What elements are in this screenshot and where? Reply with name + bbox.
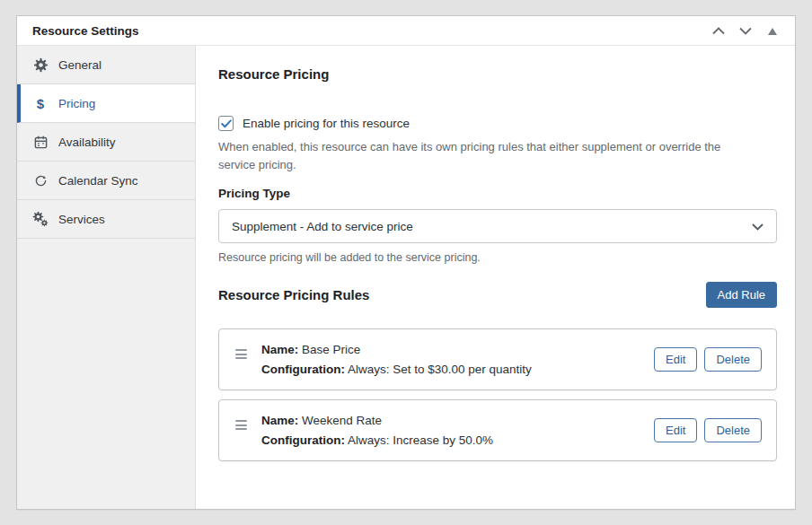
metabox-header: Resource Settings bbox=[17, 16, 795, 46]
gear-icon bbox=[32, 57, 49, 73]
pricing-rules-list: Name: Base Price Configuration: Always: … bbox=[218, 328, 777, 461]
rules-header-row: Resource Pricing Rules Add Rule bbox=[218, 282, 777, 308]
rule-name-label: Name: bbox=[261, 414, 298, 427]
rule-text: Name: Weekend Rate Configuration: Always… bbox=[261, 414, 641, 447]
sidebar-item-label: Calendar Sync bbox=[58, 174, 138, 188]
chevron-up-icon bbox=[712, 24, 725, 38]
pricing-tab-panel: Resource Pricing Enable pricing for this… bbox=[196, 46, 795, 509]
sidebar-item-label: General bbox=[58, 58, 102, 72]
rule-config-line: Configuration: Always: Set to $30.00 per… bbox=[261, 363, 641, 376]
pricing-type-label: Pricing Type bbox=[218, 187, 777, 200]
resource-pricing-heading: Resource Pricing bbox=[218, 66, 777, 82]
pricing-type-select[interactable]: Supplement - Add to service price bbox=[218, 209, 777, 243]
metabox-title: Resource Settings bbox=[32, 24, 139, 38]
edit-rule-button[interactable]: Edit bbox=[654, 418, 697, 442]
enable-pricing-checkbox[interactable] bbox=[218, 116, 234, 131]
select-chevron-down-icon bbox=[752, 220, 763, 233]
sidebar-item-availability[interactable]: Availability bbox=[17, 123, 195, 162]
rule-name-value: Weekend Rate bbox=[302, 414, 382, 427]
sidebar-item-pricing[interactable]: $ Pricing bbox=[17, 84, 195, 123]
collapse-toggle-button[interactable] bbox=[761, 20, 784, 41]
enable-pricing-label[interactable]: Enable pricing for this resource bbox=[243, 117, 410, 130]
rule-name-line: Name: Weekend Rate bbox=[261, 414, 641, 427]
metabox-controls bbox=[707, 20, 784, 41]
chevron-down-icon bbox=[739, 24, 752, 38]
sidebar-item-label: Pricing bbox=[58, 97, 95, 110]
rule-config-line: Configuration: Always: Increase by 50.0% bbox=[261, 433, 641, 447]
calendar-icon bbox=[32, 134, 49, 150]
gears-icon bbox=[32, 211, 49, 227]
rules-heading: Resource Pricing Rules bbox=[218, 287, 369, 302]
rule-name-label: Name: bbox=[261, 343, 298, 356]
drag-handle-icon[interactable] bbox=[234, 418, 249, 432]
drag-handle-icon[interactable] bbox=[234, 347, 249, 361]
enable-pricing-row: Enable pricing for this resource bbox=[218, 116, 777, 131]
rule-config-value: Always: Set to $30.00 per quantity bbox=[348, 363, 532, 376]
pricing-type-selected-value: Supplement - Add to service price bbox=[232, 220, 413, 233]
enable-pricing-description: When enabled, this resource can have its… bbox=[218, 138, 757, 173]
sync-icon bbox=[32, 172, 49, 188]
pricing-type-help: Resource pricing will be added to the se… bbox=[218, 251, 777, 264]
sidebar-item-calendar-sync[interactable]: Calendar Sync bbox=[17, 162, 195, 200]
dollar-icon: $ bbox=[32, 95, 49, 111]
move-up-button[interactable] bbox=[707, 20, 730, 41]
resource-settings-metabox: Resource Settings bbox=[16, 15, 796, 510]
rule-config-label: Configuration: bbox=[261, 433, 345, 447]
sidebar-item-services[interactable]: Services bbox=[17, 200, 195, 239]
rule-name-value: Base Price bbox=[302, 343, 360, 356]
rule-config-value: Always: Increase by 50.0% bbox=[348, 433, 493, 447]
rule-name-line: Name: Base Price bbox=[261, 343, 641, 356]
delete-rule-button[interactable]: Delete bbox=[704, 347, 762, 372]
edit-rule-button[interactable]: Edit bbox=[654, 347, 697, 372]
rule-actions: Edit Delete bbox=[654, 418, 762, 442]
sidebar-item-general[interactable]: General bbox=[17, 46, 195, 84]
rule-text: Name: Base Price Configuration: Always: … bbox=[261, 343, 641, 376]
delete-rule-button[interactable]: Delete bbox=[704, 418, 762, 442]
sidebar-item-label: Services bbox=[58, 213, 105, 226]
checkmark-icon bbox=[221, 116, 232, 132]
add-rule-button[interactable]: Add Rule bbox=[706, 282, 777, 308]
rule-config-label: Configuration: bbox=[261, 363, 345, 376]
sidebar-item-label: Availability bbox=[58, 136, 116, 149]
rule-card-weekend-rate: Name: Weekend Rate Configuration: Always… bbox=[218, 399, 777, 461]
settings-sidebar: General $ Pricing Availability bbox=[17, 46, 196, 509]
rule-actions: Edit Delete bbox=[654, 347, 762, 372]
collapse-triangle-icon bbox=[768, 24, 777, 38]
move-down-button[interactable] bbox=[734, 20, 757, 41]
rule-card-base-price: Name: Base Price Configuration: Always: … bbox=[218, 328, 777, 390]
